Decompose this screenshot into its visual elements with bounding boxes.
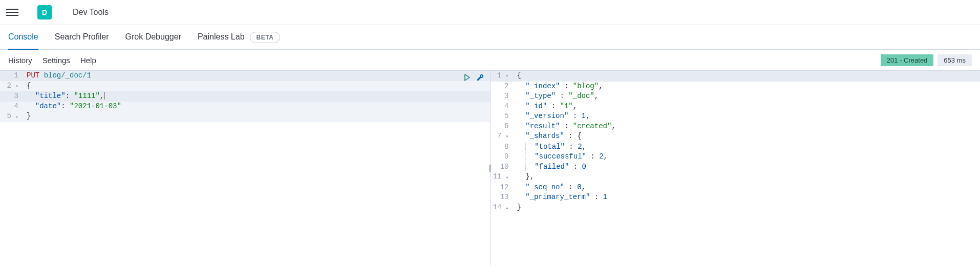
code-content: "_index" : "blog", — [514, 82, 981, 92]
line-number: 5 ▴ — [0, 111, 24, 122]
code-line[interactable]: 4 "date": "2021-01-03" — [0, 102, 490, 112]
code-content: }, — [514, 172, 981, 183]
tab-grok-debugger[interactable]: Grok Debugger — [125, 25, 181, 50]
menu-icon[interactable] — [6, 6, 18, 18]
code-content: "_shards" : { — [514, 131, 981, 142]
console-panes: 1PUT blog/_doc/12 ▾{3 "title": "1111",4 … — [0, 70, 980, 265]
code-line[interactable]: 5 ▴} — [0, 111, 490, 122]
line-number: 1 ▾ — [491, 71, 514, 82]
tabs-bar: Console Search Profiler Grok Debugger Pa… — [0, 25, 980, 50]
code-content: "total" : 2, — [514, 142, 981, 152]
code-line[interactable]: 2 ▾{ — [0, 81, 490, 92]
status-badge: 201 - Created — [881, 54, 934, 66]
divider — [31, 5, 31, 19]
code-line[interactable]: 4 "_id" : "1", — [491, 102, 981, 112]
code-content: "_type" : "_doc", — [514, 91, 981, 102]
code-line[interactable]: 9 "successful" : 2, — [491, 152, 981, 162]
line-number: 3 — [491, 91, 514, 102]
history-link[interactable]: History — [8, 56, 32, 65]
code-line[interactable]: 10 "failed" : 0 — [491, 162, 981, 172]
app-header: D Dev Tools — [0, 0, 980, 25]
code-line[interactable]: 13 "_primary_term" : 1 — [491, 192, 981, 203]
response-pane[interactable]: 1 ▾{2 "_index" : "blog",3 "_type" : "_do… — [491, 70, 981, 265]
request-actions — [462, 73, 485, 82]
code-content[interactable]: "date": "2021-01-03" — [24, 102, 490, 112]
settings-link[interactable]: Settings — [42, 56, 70, 65]
wrench-icon[interactable] — [476, 73, 485, 82]
line-number: 4 — [0, 102, 24, 112]
divider — [58, 5, 58, 19]
code-line[interactable]: 2 "_index" : "blog", — [491, 82, 981, 92]
code-line[interactable]: 12 "_seq_no" : 0, — [491, 183, 981, 193]
code-line[interactable]: 7 ▾ "_shards" : { — [491, 131, 981, 142]
code-line[interactable]: 5 "_version" : 1, — [491, 111, 981, 122]
line-number: 13 — [491, 192, 514, 203]
line-number: 9 — [491, 152, 514, 162]
line-number: 4 — [491, 102, 514, 112]
pane-resizer[interactable]: ‖ — [488, 164, 492, 172]
code-content: "successful" : 2, — [514, 152, 981, 162]
line-number: 7 ▾ — [491, 131, 514, 142]
code-content: "result" : "created", — [514, 122, 981, 132]
beta-badge: BETA — [250, 32, 281, 43]
code-content: "_seq_no" : 0, — [514, 183, 981, 193]
line-number: 10 — [491, 162, 514, 172]
code-line[interactable]: 14 ▴} — [491, 203, 981, 213]
app-title: Dev Tools — [73, 8, 109, 17]
line-number: 5 — [491, 111, 514, 122]
play-icon[interactable] — [462, 73, 472, 82]
code-content[interactable]: { — [24, 81, 490, 92]
tab-console[interactable]: Console — [8, 25, 38, 50]
line-number: 3 — [0, 91, 24, 102]
line-number: 14 ▴ — [491, 203, 514, 213]
code-line[interactable]: 1 ▾{ — [491, 71, 981, 82]
response-time: 653 ms — [938, 54, 972, 66]
line-number: 2 ▾ — [0, 81, 24, 92]
request-pane[interactable]: 1PUT blog/_doc/12 ▾{3 "title": "1111",4 … — [0, 70, 491, 265]
line-number: 12 — [491, 183, 514, 193]
code-content: } — [514, 203, 981, 213]
line-number: 1 — [0, 71, 24, 81]
code-content: "_primary_term" : 1 — [514, 192, 981, 203]
code-content[interactable]: } — [24, 111, 490, 122]
line-number: 8 — [491, 142, 514, 152]
tab-search-profiler[interactable]: Search Profiler — [55, 25, 109, 50]
code-line[interactable]: 6 "result" : "created", — [491, 122, 981, 132]
app-logo[interactable]: D — [37, 5, 52, 19]
code-line[interactable]: 11 ▴ }, — [491, 172, 981, 183]
console-toolbar: History Settings Help 201 - Created 653 … — [0, 50, 980, 70]
code-line[interactable]: 1PUT blog/_doc/1 — [0, 71, 490, 81]
code-line[interactable]: 3 "title": "1111", — [0, 91, 490, 102]
code-content[interactable]: PUT blog/_doc/1 — [24, 71, 490, 81]
code-content: "failed" : 0 — [514, 162, 981, 172]
code-content: "_version" : 1, — [514, 111, 981, 122]
help-link[interactable]: Help — [80, 56, 96, 65]
line-number: 11 ▴ — [491, 172, 514, 183]
tab-painless-lab[interactable]: Painless Lab — [198, 25, 245, 50]
line-number: 2 — [491, 82, 514, 92]
code-content[interactable]: "title": "1111", — [24, 91, 490, 102]
line-number: 6 — [491, 122, 514, 132]
code-content: "_id" : "1", — [514, 102, 981, 112]
code-line[interactable]: 8 "total" : 2, — [491, 142, 981, 152]
code-line[interactable]: 3 "_type" : "_doc", — [491, 91, 981, 102]
code-content: { — [514, 71, 981, 82]
